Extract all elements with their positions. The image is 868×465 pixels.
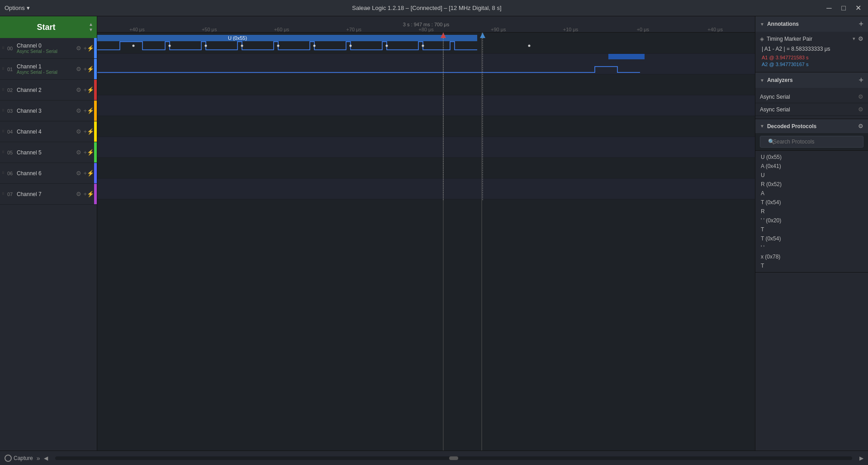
start-button-area: Start ▲ ▼ — [0, 16, 97, 38]
decoded-item-11[interactable]: x (0x78) — [755, 252, 868, 261]
channel-row-05: ⠿ 05 Channel 5 ⚙ +⚡ — [0, 142, 97, 163]
close-button[interactable]: ✕ — [853, 3, 863, 14]
decoded-item-0[interactable]: U (0x55) — [755, 153, 868, 162]
svg-rect-2 — [97, 74, 755, 95]
decoded-protocols-list: U (0x55)A (0x41)UR (0x52)AT (0x54)R' ' (… — [755, 151, 868, 272]
annotations-collapse-icon[interactable]: ▼ — [760, 22, 764, 27]
channel-info: Channel 5 — [15, 149, 75, 156]
channel-sub: Async Serial - Serial — [17, 49, 75, 54]
maximize-button[interactable]: □ — [838, 3, 849, 14]
channel-gear-button[interactable]: ⚙ — [75, 169, 82, 177]
channel-gear-button[interactable]: ⚙ — [75, 190, 82, 198]
timing-marker-chevron-icon[interactable]: ▾ — [853, 36, 855, 42]
channel-gear-button[interactable]: ⚙ — [75, 148, 82, 157]
decoded-protocols-gear-button[interactable]: ⚙ — [858, 123, 863, 129]
search-protocols-input[interactable] — [760, 136, 863, 148]
timeline-header: 3 s : 947 ms : 700 μs +40 μs+50 μs+60 μs… — [97, 16, 755, 33]
decoded-protocols-section: ▼ Decoded Protocols ⚙ 🔍 U (0x55)A (0x41)… — [755, 119, 868, 273]
channel-number: 00 — [5, 46, 15, 51]
channel-gear-button[interactable]: ⚙ — [75, 44, 82, 53]
capture-label: Capture — [14, 455, 33, 461]
decoded-protocols-collapse-icon[interactable]: ▼ — [760, 124, 764, 129]
search-icon-wrap: 🔍 — [760, 136, 863, 148]
channel-gear-button[interactable]: ⚙ — [75, 106, 82, 115]
decoded-item-2[interactable]: U — [755, 171, 868, 180]
channel-info: Channel 2 — [15, 87, 75, 93]
start-arrows[interactable]: ▲ ▼ — [89, 22, 93, 33]
channel-info: Channel 7 — [15, 191, 75, 197]
decoded-item-8[interactable]: T — [755, 225, 868, 234]
channel-number: 01 — [5, 67, 15, 72]
capture-button[interactable]: Capture — [5, 455, 33, 462]
scroll-left-button[interactable]: ◀ — [44, 455, 48, 461]
analyzer-gear-button[interactable]: ⚙ — [858, 93, 863, 100]
decoded-item-5[interactable]: T (0x54) — [755, 198, 868, 207]
scroll-thumb[interactable] — [449, 456, 458, 460]
analyzer-gear-button[interactable]: ⚙ — [858, 106, 863, 113]
decoded-item-10[interactable]: ' ' — [755, 243, 868, 252]
svg-rect-3 — [97, 95, 755, 116]
channel-gear-button[interactable]: ⚙ — [75, 65, 82, 73]
channel-number: 06 — [5, 171, 15, 176]
decoded-item-7[interactable]: ' ' (0x20) — [755, 216, 868, 225]
decoded-item-4[interactable]: A — [755, 189, 868, 198]
svg-point-29 — [528, 45, 531, 47]
annotation-a2: A2 @ 3.947730167 s — [760, 62, 863, 67]
decoded-item-6[interactable]: R — [755, 207, 868, 216]
decoded-protocols-label: Decoded Protocols — [767, 123, 816, 129]
channel-add-button[interactable]: +⚡ — [82, 106, 95, 115]
channel-add-button[interactable]: +⚡ — [82, 127, 95, 136]
decoded-item-9[interactable]: T (0x54) — [755, 234, 868, 243]
channel-add-button[interactable]: +⚡ — [82, 65, 95, 73]
channel-add-button[interactable]: +⚡ — [82, 169, 95, 177]
svg-point-26 — [350, 45, 352, 47]
channel-add-button[interactable]: +⚡ — [82, 148, 95, 157]
channel-color-bar — [94, 80, 97, 100]
analyzers-section: ▼ Analyzers + Async Serial ⚙ Async Seria… — [755, 72, 868, 119]
channel-drag-dots: ⠿ — [2, 151, 4, 154]
options-button[interactable]: Options ▾ — [5, 5, 30, 11]
minimize-button[interactable]: ─ — [824, 3, 835, 14]
channel-add-button[interactable]: +⚡ — [82, 44, 95, 53]
window-controls: ─ □ ✕ — [824, 3, 863, 14]
decoded-protocols-header: ▼ Decoded Protocols ⚙ — [755, 119, 868, 133]
channel-drag-dots: ⠿ — [2, 130, 4, 133]
channel-name: Channel 7 — [17, 191, 75, 197]
analyzers-add-button[interactable]: + — [859, 76, 863, 84]
decoded-item-12[interactable]: T — [755, 261, 868, 270]
start-arrow-up[interactable]: ▲ — [89, 22, 93, 27]
channel-gear-button[interactable]: ⚙ — [75, 127, 82, 136]
channel-add-button[interactable]: +⚡ — [82, 190, 95, 198]
channel-row-07: ⠿ 07 Channel 7 ⚙ +⚡ — [0, 184, 97, 205]
analyzers-collapse-icon[interactable]: ▼ — [760, 78, 764, 83]
decoded-item-1[interactable]: A (0x41) — [755, 162, 868, 171]
svg-rect-1 — [97, 53, 755, 74]
channel-number: 03 — [5, 108, 15, 114]
scroll-right-button[interactable]: ▶ — [859, 455, 863, 461]
waveform-content[interactable]: U (0x55) — [97, 33, 755, 451]
analyzers-title: ▼ Analyzers — [760, 77, 793, 83]
channel-drag-dots: ⠿ — [2, 192, 4, 196]
start-arrow-down[interactable]: ▼ — [89, 27, 93, 33]
channel-row-01: ⠿ 01 Channel 1 Async Serial - Serial ⚙ +… — [0, 59, 97, 80]
annotation-a1: A1 @ 3.947721583 s — [760, 55, 863, 60]
analyzers-content: Async Serial ⚙ Async Serial ⚙ — [755, 88, 868, 119]
svg-point-20 — [133, 45, 135, 47]
left-panel: Start ▲ ▼ ⠿ 00 Channel 0 Async Serial - … — [0, 16, 97, 451]
scroll-track[interactable] — [55, 456, 853, 460]
channel-row-03: ⠿ 03 Channel 3 ⚙ +⚡ — [0, 101, 97, 121]
svg-point-25 — [313, 45, 316, 47]
channel-gear-button[interactable]: ⚙ — [75, 86, 82, 94]
annotation-diff: | A1 - A2 | = 8.583333333 μs — [760, 46, 863, 52]
channel-info: Channel 1 Async Serial - Serial — [15, 63, 75, 75]
channel-number: 07 — [5, 192, 15, 197]
decoded-item-3[interactable]: R (0x52) — [755, 180, 868, 189]
channel-add-button[interactable]: +⚡ — [82, 86, 95, 94]
timing-marker-gear-button[interactable]: ⚙ — [858, 35, 863, 42]
timing-marker-icon: ◈ — [760, 36, 764, 42]
analyzer-item-0: Async Serial ⚙ — [755, 91, 868, 103]
arrows-button[interactable]: » — [37, 455, 40, 462]
annotations-add-button[interactable]: + — [859, 20, 863, 28]
start-button[interactable]: Start — [4, 23, 89, 32]
analyzers-label: Analyzers — [767, 77, 793, 83]
